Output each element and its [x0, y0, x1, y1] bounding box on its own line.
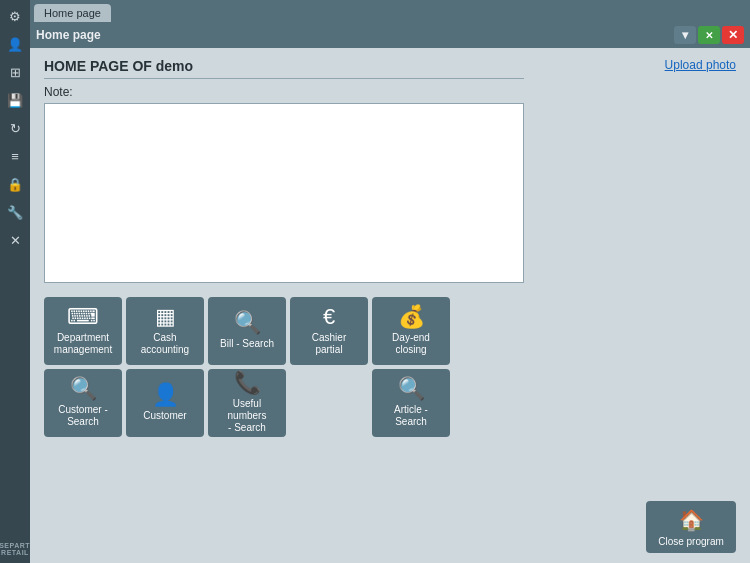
window-title: Home page	[36, 28, 672, 42]
customer-icon: 👤	[152, 384, 179, 406]
close-program-button[interactable]: 🏠 Close program	[646, 501, 736, 553]
refresh-icon[interactable]: ↻	[3, 116, 27, 140]
grid-icon[interactable]: ⊞	[3, 60, 27, 84]
list-icon[interactable]: ≡	[3, 144, 27, 168]
keyboard-icon: ⌨	[67, 306, 99, 328]
moneybag-icon: 💰	[398, 306, 425, 328]
phone-icon: 📞	[234, 372, 261, 394]
close-program-label: Close program	[658, 536, 724, 547]
lock-icon[interactable]: 🔒	[3, 172, 27, 196]
customer-search-btn[interactable]: 🔍 Customer -Search	[44, 369, 122, 437]
gear-icon[interactable]: ⚙	[3, 4, 27, 28]
minimize-button[interactable]: ▾	[674, 26, 696, 44]
customer-search-icon: 🔍	[70, 378, 97, 400]
sidebar: ⚙ 👤 ⊞ 💾 ↻ ≡ 🔒 🔧 ✕ PASSEPARTOUTRETAIL	[0, 0, 30, 563]
home-page-tab[interactable]: Home page	[34, 4, 111, 22]
note-label: Note:	[44, 85, 736, 99]
maximize-button[interactable]: ✕	[698, 26, 720, 44]
article-search-icon: 🔍	[398, 378, 425, 400]
article-search-btn[interactable]: 🔍 Article -Search	[372, 369, 450, 437]
upload-photo-link[interactable]: Upload photo	[665, 58, 736, 72]
content-area: HOME PAGE OF demo Upload photo Note: ⌨ D…	[30, 48, 750, 563]
day-end-closing-btn[interactable]: 💰 Day-endclosing	[372, 297, 450, 365]
cash-accounting-btn[interactable]: ▦ Cashaccounting	[126, 297, 204, 365]
main-area: Home page Home page ▾ ✕ ✕ HOME PAGE OF d…	[30, 0, 750, 563]
button-grid: ⌨ Departmentmanagement ▦ Cashaccounting …	[44, 297, 736, 437]
x-icon[interactable]: ✕	[3, 228, 27, 252]
close-button[interactable]: ✕	[722, 26, 744, 44]
magnifier-icon: 🔍	[234, 312, 261, 334]
wrench-icon[interactable]: 🔧	[3, 200, 27, 224]
cash-icon: ▦	[155, 306, 176, 328]
useful-numbers-search-btn[interactable]: 📞 Useful numbers- Search	[208, 369, 286, 437]
tab-bar: Home page	[30, 0, 750, 22]
euro-icon: €	[323, 306, 335, 328]
title-divider	[44, 78, 524, 79]
home-icon: 🏠	[679, 508, 704, 532]
cashier-partial-btn[interactable]: € Cashierpartial	[290, 297, 368, 365]
note-textarea[interactable]	[44, 103, 524, 283]
bill-search-btn[interactable]: 🔍 Bill - Search	[208, 297, 286, 365]
button-row-2: 🔍 Customer -Search 👤 Customer 📞 Useful n…	[44, 369, 736, 437]
customer-btn[interactable]: 👤 Customer	[126, 369, 204, 437]
save-icon[interactable]: 💾	[3, 88, 27, 112]
department-management-btn[interactable]: ⌨ Departmentmanagement	[44, 297, 122, 365]
page-title: HOME PAGE OF demo	[44, 58, 736, 74]
person-icon[interactable]: 👤	[3, 32, 27, 56]
spacer-1	[290, 369, 368, 437]
window-chrome: Home page ▾ ✕ ✕	[30, 22, 750, 48]
button-row-1: ⌨ Departmentmanagement ▦ Cashaccounting …	[44, 297, 736, 365]
